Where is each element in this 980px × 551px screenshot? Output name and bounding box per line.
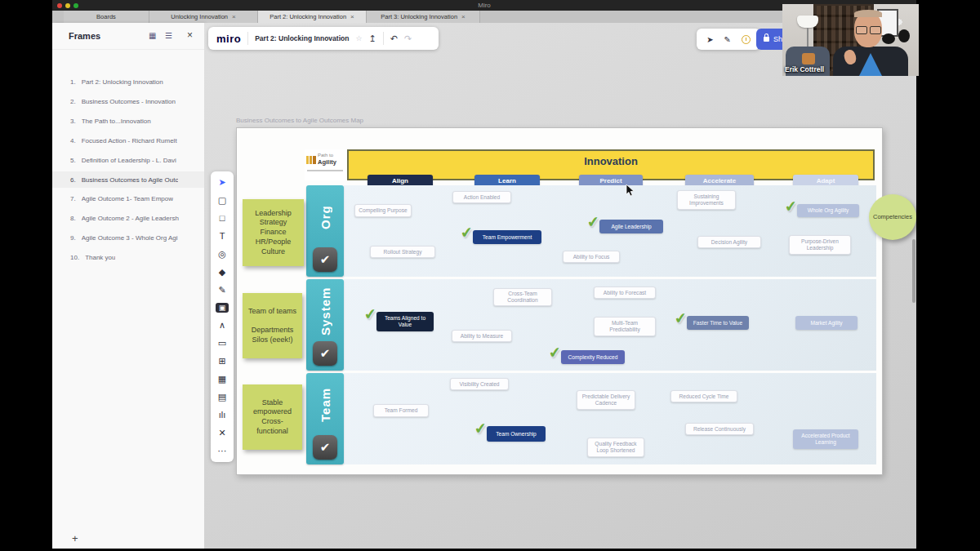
connector-tool[interactable]: ∧ xyxy=(216,320,229,331)
tab-close-icon[interactable]: × xyxy=(350,13,354,20)
frame-list-item[interactable]: 2. Business Outcomes - Innovation xyxy=(52,93,204,109)
shapes-tool[interactable]: □ xyxy=(216,213,229,224)
map-node[interactable]: Action Enabled xyxy=(452,191,511,203)
sticky-note[interactable]: Team of teams Departments Silos (eeek!) xyxy=(243,293,302,358)
collaborator-cursors-icon[interactable]: ➤ xyxy=(706,35,713,44)
undo-icon[interactable]: ↶ xyxy=(390,33,398,44)
map-node[interactable]: Team Formed xyxy=(373,404,429,417)
frame-list-item[interactable]: 4. Focused Action - Richard Rumelt xyxy=(52,132,204,149)
stamp-tool[interactable]: ◆ xyxy=(216,267,229,278)
frame-list-item[interactable]: 6. Business Outcomes to Agile Outc xyxy=(52,171,204,188)
chart-tool[interactable]: ılı xyxy=(216,410,229,420)
frame-list-item[interactable]: 8. Agile Outcome 2 - Agile Leadersh xyxy=(52,210,204,226)
check-icon: ✔ xyxy=(784,198,798,216)
comment-tool[interactable]: ▭ xyxy=(216,338,229,349)
card-tool[interactable]: ▤ xyxy=(216,392,229,402)
map-node[interactable]: Reduced Cycle Time xyxy=(670,390,737,402)
speaker-name-label: Erik Cottrell xyxy=(785,65,824,73)
close-icon[interactable]: × xyxy=(187,29,193,41)
frame-list-item[interactable]: 10. Thank you xyxy=(52,249,204,265)
frame-list-item[interactable]: 5. Definition of Leadership - L. Davi xyxy=(52,152,204,168)
map-node[interactable]: Rollout Strategy xyxy=(370,246,435,258)
map-node[interactable]: ✔ Team Empowerment xyxy=(473,230,541,244)
glasses xyxy=(856,26,867,34)
frame-list-item[interactable]: 7. Agile Outcome 1- Team Empow xyxy=(52,190,204,207)
export-icon[interactable]: ↥ xyxy=(368,33,376,44)
tool-palette: ➤▢□T◎◆✎▣∧▭⊞▦▤ılı✕⋯ xyxy=(211,171,234,462)
timer-icon[interactable] xyxy=(742,35,751,44)
map-node[interactable]: Ability to Forecast xyxy=(594,287,656,299)
map-node[interactable]: Ability to Measure xyxy=(452,330,512,342)
frame-list-item[interactable]: 1. Part 2: Unlocking Innovation xyxy=(52,73,204,90)
map-node[interactable]: ✔ Agile Leadership xyxy=(599,220,663,233)
map-node[interactable]: Ability to Focus xyxy=(563,251,620,263)
board-title[interactable]: Part 2: Unlocking Innovation xyxy=(255,34,349,42)
map-node[interactable]: ✔ Teams Aligned to Value xyxy=(376,312,434,331)
sticky-note[interactable]: Competencies xyxy=(869,194,916,240)
smart-draw-tool[interactable]: ✎ xyxy=(216,285,229,295)
row-check-badge: ✔ xyxy=(313,341,337,366)
sticky-note[interactable]: Leadership Strategy Finance HR/People Cu… xyxy=(243,199,304,266)
vertical-scrollbar[interactable] xyxy=(912,239,915,303)
tab-close-icon[interactable]: × xyxy=(232,13,236,20)
row-label-band[interactable]: System ✔ xyxy=(306,279,344,371)
check-icon: ✔ xyxy=(460,224,474,242)
frame-list-item[interactable]: 9. Agile Outcome 3 - Whole Org Agi xyxy=(52,229,204,246)
map-node[interactable]: Predictable Delivery Cadence xyxy=(577,390,635,410)
map-node[interactable]: ✔ Faster Time to Value xyxy=(687,316,749,330)
tab-close-icon[interactable]: × xyxy=(461,13,466,20)
miro-logo[interactable]: miro xyxy=(216,33,241,45)
table-tool[interactable]: ⊞ xyxy=(216,356,229,367)
row-check-badge: ✔ xyxy=(313,435,337,460)
map-node[interactable]: Compelling Purpose xyxy=(354,204,412,217)
list-view-icon[interactable]: ☰ xyxy=(165,31,172,40)
map-node[interactable]: Quality Feedback Loop Shortened xyxy=(587,438,644,457)
map-node[interactable]: Cross-Team Coordination xyxy=(493,288,552,306)
laser-pointer-icon[interactable]: ✎ xyxy=(724,35,730,44)
apps-tool[interactable]: ✕ xyxy=(216,428,229,438)
browser-tab[interactable]: Unlocking Innovation × xyxy=(149,11,258,23)
map-node[interactable]: Multi-Team Predictability xyxy=(594,317,656,336)
miro-toolbar: miro Part 2: Unlocking Innovation ☆ ↥ ↶ … xyxy=(208,27,439,50)
check-icon: ✔ xyxy=(363,305,377,324)
add-frame-button[interactable]: + xyxy=(72,532,78,544)
row-label-band[interactable]: Org ✔ xyxy=(306,185,344,277)
frame-tool[interactable]: ▦ xyxy=(216,374,229,384)
redo-icon[interactable]: ↷ xyxy=(404,33,412,44)
map-node[interactable]: ✔ Whole Org Agility xyxy=(797,204,859,217)
camera-tool[interactable]: ▣ xyxy=(216,303,229,313)
check-icon: ✔ xyxy=(474,420,488,438)
map-node[interactable]: Visibility Created xyxy=(450,378,509,390)
frame-title-label[interactable]: Business Outcomes to Agile Outcomes Map xyxy=(236,117,363,124)
check-icon: ✔ xyxy=(586,213,600,232)
map-node[interactable]: Accelerated Product Learning xyxy=(793,429,858,449)
text-tool[interactable]: T xyxy=(216,231,229,242)
map-node[interactable]: Release Continuously xyxy=(685,423,754,435)
templates-tool[interactable]: ▢ xyxy=(216,195,229,206)
row-label-band[interactable]: Team ✔ xyxy=(306,373,344,464)
frames-panel-header: Frames ▦ ☰ × xyxy=(52,23,204,50)
frames-panel-title: Frames xyxy=(69,31,100,41)
more-tool[interactable]: ⋯ xyxy=(216,446,229,456)
browser-tab[interactable]: Part 3: Unlocking Innovation × xyxy=(367,11,480,23)
map-node[interactable]: ✔ Complexity Reduced xyxy=(561,350,625,364)
sticky-note[interactable]: Stable empowered Cross- functional xyxy=(243,384,302,450)
row-check-badge: ✔ xyxy=(313,247,337,272)
map-node[interactable]: Sustaining Improvements xyxy=(677,190,736,210)
select-tool[interactable]: ➤ xyxy=(216,177,229,188)
map-node[interactable]: Market Agility xyxy=(795,316,858,330)
map-node[interactable]: Purpose-Driven Leadership xyxy=(789,235,851,255)
board-frame[interactable]: Path to Agility Innovation AlignLearnPre… xyxy=(236,127,883,475)
check-icon: ✔ xyxy=(548,344,562,362)
frames-panel: Frames ▦ ☰ × 1. Part 2: Unlocking Innova… xyxy=(52,23,204,549)
check-icon: ✔ xyxy=(674,309,688,328)
map-node[interactable]: ✔ Team Ownership xyxy=(487,426,546,442)
favorite-star-icon[interactable]: ☆ xyxy=(355,34,362,42)
map-node[interactable]: Decision Agility xyxy=(697,236,761,248)
browser-tab[interactable]: Boards xyxy=(64,11,149,23)
presentation-toolbar: ➤ ✎ xyxy=(697,29,760,50)
pen-tool[interactable]: ◎ xyxy=(216,249,229,260)
browser-tab[interactable]: Part 2: Unlocking Innovation × xyxy=(258,11,367,23)
grid-view-icon[interactable]: ▦ xyxy=(149,31,156,40)
frame-list-item[interactable]: 3. The Path to...Innovation xyxy=(52,113,204,129)
